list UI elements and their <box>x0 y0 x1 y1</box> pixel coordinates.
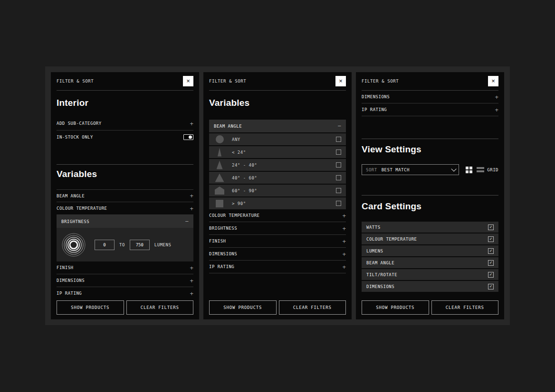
accordion-label: IP RATING <box>209 264 234 269</box>
close-icon[interactable]: × <box>183 76 193 86</box>
beam-option-checkbox[interactable] <box>336 175 341 180</box>
card-option-beam-angle[interactable]: BEAM ANGLE ✓ <box>362 257 498 268</box>
card-option-label: BEAM ANGLE <box>366 261 394 265</box>
card-option-tilt-rotate[interactable]: TILT/ROTATE ✓ <box>362 269 498 280</box>
list-view-icon[interactable] <box>477 167 484 172</box>
card-option-label: TILT/ROTATE <box>366 272 397 277</box>
checked-checkbox[interactable]: ✓ <box>488 260 494 266</box>
checked-checkbox[interactable]: ✓ <box>488 248 494 254</box>
card-option-dimensions[interactable]: DIMENSIONS ✓ <box>362 281 498 292</box>
beam-option-checkbox[interactable] <box>336 188 341 193</box>
beam-angle-options: ANY < 24° 24° - 40° 40° - 60° 60° - 90° <box>209 133 346 209</box>
panel-footer: SHOW PRODUCTS CLEAR FILTERS <box>203 299 352 319</box>
in-stock-label: IN-STOCK ONLY <box>57 135 93 140</box>
card-option-watts[interactable]: WATTS ✓ <box>362 222 498 233</box>
accordion-row-dimensions[interactable]: DIMENSIONS + <box>57 274 193 287</box>
accordion-row-finish[interactable]: FINISH + <box>209 235 346 248</box>
in-stock-toggle[interactable] <box>183 134 193 140</box>
pentagon-icon <box>214 187 225 195</box>
accordion-label: FINISH <box>209 239 226 243</box>
beam-option-gt-90[interactable]: > 90° <box>209 197 346 209</box>
lumens-min-input[interactable] <box>95 240 115 250</box>
section-divider <box>362 139 498 139</box>
panel-footer: SHOW PRODUCTS CLEAR FILTERS <box>356 299 504 319</box>
beam-option-lt-24[interactable]: < 24° <box>209 146 346 158</box>
accordion-row-brightness[interactable]: BRIGHTNESS − <box>57 215 193 228</box>
accordion-label: BRIGHTNESS <box>61 219 89 224</box>
triangle-narrow-icon <box>214 148 225 157</box>
checked-checkbox[interactable]: ✓ <box>488 284 494 289</box>
clear-filters-button[interactable]: CLEAR FILTERS <box>431 300 499 315</box>
close-icon[interactable]: × <box>335 76 346 86</box>
accordion-row-finish[interactable]: FINISH + <box>57 261 193 274</box>
card-option-colour-temperature[interactable]: COLOUR TEMPERATURE ✓ <box>362 233 498 244</box>
variables-heading: Variables <box>209 96 346 110</box>
lumens-range-group: TO LUMENS <box>95 240 171 250</box>
variables-accordion: BEAM ANGLE + COLOUR TEMPERATURE + BRIGHT… <box>57 189 193 300</box>
checked-checkbox[interactable]: ✓ <box>488 272 494 278</box>
checked-checkbox[interactable]: ✓ <box>488 236 494 242</box>
filter-panels-container: FILTER & SORT × Interior ADD SUB-CATEGOR… <box>45 66 510 325</box>
view-mode-label: GRID <box>487 168 498 172</box>
plus-icon: + <box>342 225 346 232</box>
show-products-button[interactable]: SHOW PRODUCTS <box>57 300 124 315</box>
accordion-label: IP RATING <box>362 107 387 112</box>
panel-footer: SHOW PRODUCTS CLEAR FILTERS <box>51 299 199 319</box>
view-settings-controls: SORT BEST MATCH GRID <box>362 164 498 175</box>
card-settings-list: WATTS ✓ COLOUR TEMPERATURE ✓ LUMENS ✓ BE… <box>362 222 498 292</box>
panel-header: FILTER & SORT × <box>57 72 193 91</box>
clear-filters-button[interactable]: CLEAR FILTERS <box>126 300 194 315</box>
beam-option-any[interactable]: ANY <box>209 133 346 145</box>
accordion-row-ip-rating[interactable]: IP RATING + <box>362 103 498 116</box>
accordion-label: COLOUR TEMPERATURE <box>209 213 260 218</box>
card-option-label: COLOUR TEMPERATURE <box>366 237 417 242</box>
beam-option-checkbox[interactable] <box>336 137 341 142</box>
add-subcategory-row[interactable]: ADD SUB-CATEGORY + <box>57 117 193 131</box>
accordion-row-beam-angle[interactable]: BEAM ANGLE + <box>57 189 193 202</box>
show-products-button[interactable]: SHOW PRODUCTS <box>209 300 277 315</box>
beam-option-60-90[interactable]: 60° - 90° <box>209 185 346 196</box>
accordion-row-dimensions[interactable]: DIMENSIONS + <box>209 248 346 261</box>
beam-option-40-60[interactable]: 40° - 60° <box>209 172 346 184</box>
view-settings-heading: View Settings <box>362 143 498 156</box>
accordion-row-colour-temperature[interactable]: COLOUR TEMPERATURE + <box>57 202 193 215</box>
variables-accordion: DIMENSIONS + IP RATING + <box>362 91 498 116</box>
option-label: ANY <box>232 137 336 142</box>
plus-icon: + <box>495 107 498 113</box>
beam-option-checkbox[interactable] <box>336 201 341 206</box>
accordion-row-beam-angle-expanded[interactable]: BEAM ANGLE − <box>209 120 346 132</box>
range-to-label: TO <box>119 243 125 247</box>
triangle-medium-icon <box>214 161 225 169</box>
beam-option-checkbox[interactable] <box>336 149 341 155</box>
lumens-unit-label: LUMENS <box>154 243 172 247</box>
show-products-button[interactable]: SHOW PRODUCTS <box>362 300 429 315</box>
beam-option-24-40[interactable]: 24° - 40° <box>209 159 346 171</box>
accordion-row-colour-temperature[interactable]: COLOUR TEMPERATURE + <box>209 209 346 222</box>
grid-view-icon[interactable] <box>466 167 472 173</box>
lumens-max-input[interactable] <box>130 240 150 250</box>
checked-checkbox[interactable]: ✓ <box>488 224 494 230</box>
sort-selected-value: BEST MATCH <box>382 168 410 172</box>
view-mode-icons <box>466 167 484 173</box>
accordion-row-brightness[interactable]: BRIGHTNESS + <box>209 222 346 235</box>
clear-filters-button[interactable]: CLEAR FILTERS <box>279 300 346 315</box>
in-stock-row: IN-STOCK ONLY <box>57 131 193 143</box>
close-icon[interactable]: × <box>488 76 498 86</box>
card-option-label: LUMENS <box>366 249 383 253</box>
accordion-row-dimensions[interactable]: DIMENSIONS + <box>362 91 498 103</box>
sort-dropdown[interactable]: SORT BEST MATCH <box>362 164 459 175</box>
card-option-lumens[interactable]: LUMENS ✓ <box>362 245 498 256</box>
plus-icon: + <box>342 251 346 257</box>
accordion-row-ip-rating[interactable]: IP RATING + <box>209 261 346 273</box>
panel-title: FILTER & SORT <box>209 79 246 84</box>
accordion-label: IP RATING <box>57 291 82 296</box>
variables-heading: Variables <box>57 168 193 181</box>
panel-title: FILTER & SORT <box>362 79 399 84</box>
beam-option-checkbox[interactable] <box>336 162 341 168</box>
card-option-label: WATTS <box>366 225 381 230</box>
brightness-panel: TO LUMENS <box>57 228 193 261</box>
accordion-row-ip-rating[interactable]: IP RATING + <box>57 287 193 300</box>
card-settings-heading: Card Settings <box>362 200 498 213</box>
panel-header: FILTER & SORT × <box>362 72 498 91</box>
accordion-label: BRIGHTNESS <box>209 226 237 231</box>
